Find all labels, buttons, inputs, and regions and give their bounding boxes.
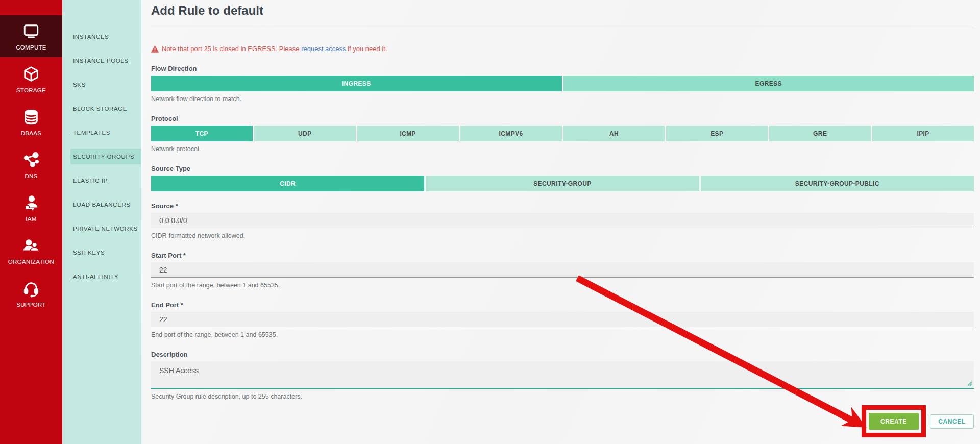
primary-nav-organization[interactable]: ORGANIZATION bbox=[0, 230, 62, 272]
primary-nav-iam[interactable]: IAM bbox=[0, 187, 62, 229]
secondary-nav-load-balancers[interactable]: LOAD BALANCERS bbox=[70, 196, 141, 212]
flow-direction-option-ingress[interactable]: INGRESS bbox=[151, 76, 562, 91]
protocol-option-ipip[interactable]: IPIP bbox=[872, 126, 974, 141]
start-port-input[interactable] bbox=[151, 262, 974, 278]
divider bbox=[151, 28, 974, 28]
primary-nav-dbaas[interactable]: DBAAS bbox=[0, 101, 62, 143]
cube-icon bbox=[22, 65, 40, 84]
end-port-label: End Port * bbox=[151, 302, 974, 309]
protocol-helper: Network protocol. bbox=[151, 145, 974, 153]
primary-nav-support[interactable]: SUPPORT bbox=[0, 273, 62, 314]
primary-nav-compute[interactable]: COMPUTE bbox=[0, 15, 62, 57]
source-type-option-cidr[interactable]: CIDR bbox=[151, 176, 424, 191]
protocol-option-gre[interactable]: GRE bbox=[769, 126, 871, 141]
network-nodes-icon bbox=[22, 151, 40, 169]
secondary-nav-elastic-ip[interactable]: ELASTIC IP bbox=[70, 172, 141, 188]
protocol-field: Protocol TCP UDP ICMP ICMPV6 AH ESP GRE … bbox=[151, 115, 974, 153]
form-actions: CREATE CANCEL bbox=[151, 413, 974, 441]
protocol-option-esp[interactable]: ESP bbox=[666, 126, 768, 141]
warning-text: Note that port 25 is closed in EGRESS. P… bbox=[162, 45, 387, 53]
source-field: Source * CIDR-formatted network allowed. bbox=[151, 203, 974, 239]
secondary-nav-templates[interactable]: TEMPLATES bbox=[70, 125, 141, 140]
primary-nav-label: IAM bbox=[26, 216, 36, 222]
primary-nav-label: COMPUTE bbox=[16, 44, 46, 51]
secondary-sidebar: INSTANCES INSTANCE POOLS SKS BLOCK STORA… bbox=[62, 0, 141, 444]
source-type-option-security-group[interactable]: SECURITY-GROUP bbox=[426, 176, 699, 191]
protocol-label: Protocol bbox=[151, 115, 974, 122]
port25-warning: Note that port 25 is closed in EGRESS. P… bbox=[151, 45, 974, 53]
flow-direction-field: Flow Direction INGRESS EGRESS Network fl… bbox=[151, 65, 974, 103]
description-field: Description SSH Access Security Group ru… bbox=[151, 351, 974, 400]
source-input[interactable] bbox=[151, 213, 974, 228]
source-type-toggle: CIDR SECURITY-GROUP SECURITY-GROUP-PUBLI… bbox=[151, 176, 974, 191]
protocol-option-ah[interactable]: AH bbox=[564, 126, 665, 141]
primary-nav-label: STORAGE bbox=[16, 87, 46, 93]
create-button[interactable]: CREATE bbox=[869, 413, 919, 430]
source-type-option-security-group-public[interactable]: SECURITY-GROUP-PUBLIC bbox=[701, 176, 974, 191]
secondary-nav-security-groups[interactable]: SECURITY GROUPS bbox=[70, 149, 141, 164]
flow-direction-toggle: INGRESS EGRESS bbox=[151, 76, 974, 91]
description-label: Description bbox=[151, 351, 974, 358]
user-key-icon bbox=[22, 194, 40, 212]
protocol-option-icmpv6[interactable]: ICMPV6 bbox=[460, 126, 562, 141]
secondary-nav-instances[interactable]: INSTANCES bbox=[70, 29, 141, 44]
page-title: Add Rule to default bbox=[151, 3, 974, 18]
app-window: COMPUTE STORAGE DBAAS bbox=[0, 0, 980, 444]
description-textarea[interactable]: SSH Access bbox=[151, 361, 974, 389]
end-port-field: End Port * End port of the range, betwee… bbox=[151, 302, 974, 338]
source-type-field: Source Type CIDR SECURITY-GROUP SECURITY… bbox=[151, 165, 974, 191]
protocol-option-udp[interactable]: UDP bbox=[254, 126, 356, 141]
main-content: Add Rule to default Note that port 25 is… bbox=[141, 0, 980, 444]
secondary-nav-anti-affinity[interactable]: ANTI-AFFINITY bbox=[70, 268, 141, 284]
resize-grip-icon[interactable] bbox=[967, 381, 972, 386]
end-port-helper: End port of the range, between 1 and 655… bbox=[151, 331, 974, 338]
primary-nav-label: DBAAS bbox=[21, 130, 42, 136]
headset-icon bbox=[22, 280, 40, 298]
request-access-link[interactable]: request access bbox=[301, 45, 346, 53]
start-port-field: Start Port * Start port of the range, be… bbox=[151, 252, 974, 289]
flow-direction-option-egress[interactable]: EGRESS bbox=[564, 76, 974, 91]
source-type-label: Source Type bbox=[151, 165, 974, 172]
warning-icon bbox=[151, 45, 159, 53]
primary-nav-label: ORGANIZATION bbox=[8, 259, 54, 265]
secondary-nav-instance-pools[interactable]: INSTANCE POOLS bbox=[70, 53, 141, 68]
description-helper: Security Group rule description, up to 2… bbox=[151, 393, 974, 400]
flow-direction-helper: Network flow direction to match. bbox=[151, 95, 974, 103]
protocol-option-icmp[interactable]: ICMP bbox=[357, 126, 459, 141]
primary-nav-storage[interactable]: STORAGE bbox=[0, 58, 62, 100]
users-icon bbox=[22, 237, 40, 255]
primary-nav-label: DNS bbox=[24, 173, 37, 179]
start-port-helper: Start port of the range, between 1 and 6… bbox=[151, 282, 974, 289]
end-port-input[interactable] bbox=[151, 312, 974, 327]
secondary-nav-block-storage[interactable]: BLOCK STORAGE bbox=[70, 101, 141, 116]
protocol-toggle: TCP UDP ICMP ICMPV6 AH ESP GRE IPIP bbox=[151, 126, 974, 141]
primary-nav-label: SUPPORT bbox=[16, 302, 45, 308]
start-port-label: Start Port * bbox=[151, 252, 974, 259]
primary-nav-dns[interactable]: DNS bbox=[0, 144, 62, 186]
source-label: Source * bbox=[151, 203, 974, 210]
primary-sidebar: COMPUTE STORAGE DBAAS bbox=[0, 0, 62, 444]
source-helper: CIDR-formatted network allowed. bbox=[151, 232, 974, 239]
flow-direction-label: Flow Direction bbox=[151, 65, 974, 72]
monitor-icon bbox=[22, 22, 40, 41]
database-icon bbox=[22, 108, 40, 127]
secondary-nav-private-networks[interactable]: PRIVATE NETWORKS bbox=[70, 220, 141, 236]
protocol-option-tcp[interactable]: TCP bbox=[151, 126, 253, 141]
secondary-nav-sks[interactable]: SKS bbox=[70, 77, 141, 92]
secondary-nav-ssh-keys[interactable]: SSH KEYS bbox=[70, 244, 141, 260]
cancel-button[interactable]: CANCEL bbox=[930, 414, 974, 429]
